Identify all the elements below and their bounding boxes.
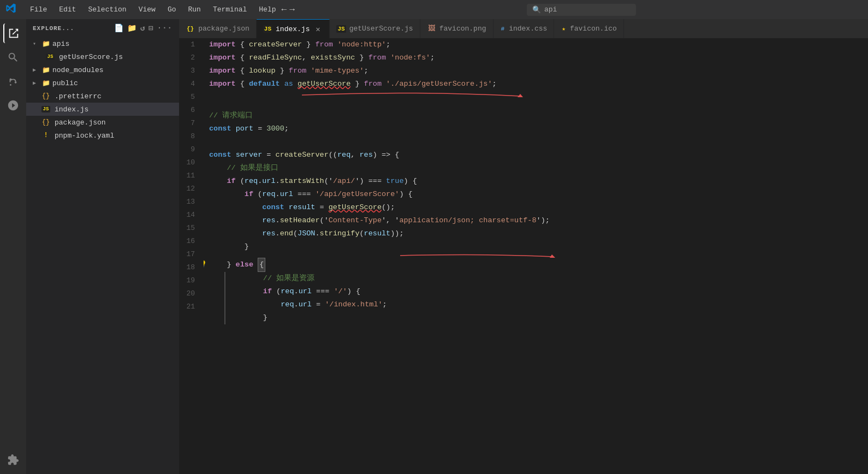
search-activity-icon[interactable] xyxy=(3,48,23,67)
vscode-logo xyxy=(5,3,16,16)
code-line-5 xyxy=(209,96,863,109)
menu-edit[interactable]: Edit xyxy=(53,3,81,16)
tab-getuserscore[interactable]: JS getUserScore.js xyxy=(330,19,420,38)
file-label-packagejson: package.json xyxy=(55,118,106,127)
tab-indexcss[interactable]: # index.css xyxy=(494,19,555,38)
tab-packagejson[interactable]: {} package.json xyxy=(179,19,257,38)
code-line-14: res . setHeader (' Content-Type ', ' app… xyxy=(209,214,863,227)
refresh-icon[interactable]: ↺ xyxy=(140,23,145,33)
source-control-icon[interactable] xyxy=(3,72,23,91)
json-icon-packagejson: {} xyxy=(41,118,50,126)
explorer-icon[interactable] xyxy=(3,23,23,43)
sidebar-item-prettierrc[interactable]: {} .prettierrc xyxy=(26,90,179,103)
menu-run[interactable]: Run xyxy=(182,3,206,16)
sidebar-item-indexjs[interactable]: JS index.js xyxy=(26,103,179,116)
menu-selection[interactable]: Selection xyxy=(82,3,132,16)
code-line-16: } xyxy=(209,240,863,253)
code-line-15: res . end ( JSON . stringify ( result ))… xyxy=(209,227,863,240)
code-line-20: req . url = '/index.html' ; xyxy=(228,298,863,311)
nav-controls: ← → xyxy=(282,5,295,15)
code-editor[interactable]: import { createServer } from 'node:http'… xyxy=(204,38,868,474)
folder-arrow-apis: ▾ xyxy=(33,40,39,47)
menu-file[interactable]: File xyxy=(25,3,52,16)
sidebar-tree: ▾ 📁 apis JS getUserScore.js ▶ 📁 node_mod… xyxy=(26,37,179,474)
tab-faviconico[interactable]: ★ favicon.ico xyxy=(554,19,623,38)
code-line-3: import { lookup } from 'mime-types' ; xyxy=(209,64,863,78)
annotation-line16 xyxy=(209,253,863,258)
folder-arrow-public: ▶ xyxy=(33,80,39,86)
menu-view[interactable]: View xyxy=(133,3,161,16)
search-icon: 🔍 xyxy=(532,5,541,14)
code-line-9: const server = createServer (( req , res… xyxy=(209,149,863,162)
code-line-7: const port = 3000 ; xyxy=(209,122,863,135)
sidebar-item-getuserscore[interactable]: JS getUserScore.js xyxy=(26,50,179,63)
run-debug-icon[interactable] xyxy=(3,96,23,115)
file-label-getuserscore: getUserScore.js xyxy=(59,53,123,61)
activity-bar xyxy=(0,19,26,474)
folder-icon-public: 📁 xyxy=(41,79,50,87)
tab-label-indexjs: index.js xyxy=(276,25,310,33)
tab-label-getuserscore: getUserScore.js xyxy=(349,25,413,33)
folder-icon-nodemodules: 📁 xyxy=(41,66,50,74)
sidebar-item-apis[interactable]: ▾ 📁 apis xyxy=(26,37,179,50)
menu-help[interactable]: Help xyxy=(253,3,281,16)
new-file-icon[interactable]: 📄 xyxy=(114,23,124,33)
code-line-12: if ( req . url === '/api/getUserScore' )… xyxy=(209,188,863,201)
code-line-10: // 如果是接口 xyxy=(209,162,863,175)
file-label-indexjs: index.js xyxy=(55,105,88,114)
titlebar: File Edit Selection View Go Run Terminal… xyxy=(0,0,868,19)
sidebar-header-icons: 📄 📁 ↺ ⊟ ··· xyxy=(114,23,173,33)
tab-icon-packagejson: {} xyxy=(186,25,195,33)
js-icon-getuserscore: JS xyxy=(46,54,55,60)
code-line-19: if ( req . url === '/' ) { xyxy=(228,285,863,298)
sidebar-item-public[interactable]: ▶ 📁 public xyxy=(26,76,179,90)
extensions-icon[interactable] xyxy=(3,450,23,470)
line-numbers: 12345 678910 1112131415 1617181920 21 xyxy=(179,38,204,474)
main-layout: EXPLORE... 📄 📁 ↺ ⊟ ··· ▾ 📁 apis JS getUs… xyxy=(0,19,868,474)
kw-import-1: import xyxy=(209,38,236,51)
code-line-4: import { default as getUserScore } from … xyxy=(209,78,863,91)
sidebar-item-nodemodules[interactable]: ▶ 📁 node_modules xyxy=(26,63,179,76)
nav-back-button[interactable]: ← xyxy=(282,5,287,15)
code-line-8 xyxy=(209,135,863,149)
search-bar[interactable]: 🔍 api xyxy=(527,4,636,16)
sidebar-header: EXPLORE... 📄 📁 ↺ ⊟ ··· xyxy=(26,19,179,37)
js-icon-indexjs: JS xyxy=(41,106,50,112)
tab-icon-faviconico: ★ xyxy=(561,25,567,33)
folder-label-nodemodules: node_modules xyxy=(52,66,104,74)
tab-faviconpng[interactable]: 🖼 favicon.png xyxy=(420,19,494,38)
code-line-6: // 请求端口 xyxy=(209,109,863,122)
tab-icon-indexjs: JS xyxy=(263,25,272,33)
menu-go[interactable]: Go xyxy=(162,3,182,16)
file-label-pnpmlock: pnpm-lock.yaml xyxy=(55,132,114,140)
code-line-11: if ( req . url . startsWith (' /api/ ') … xyxy=(209,175,863,188)
nav-forward-button[interactable]: → xyxy=(289,5,295,15)
tab-label-packagejson: package.json xyxy=(198,25,249,33)
lightbulb-icon[interactable]: 💡 xyxy=(204,258,207,271)
folder-icon-apis: 📁 xyxy=(41,40,50,48)
tab-close-indexjs[interactable]: ✕ xyxy=(313,24,323,34)
tab-bar: {} package.json JS index.js ✕ JS getUser… xyxy=(179,19,868,38)
collapse-icon[interactable]: ⊟ xyxy=(148,23,153,33)
editor-container: {} package.json JS index.js ✕ JS getUser… xyxy=(179,19,868,474)
bracket-highlight: { xyxy=(258,258,265,272)
annotation-line4 xyxy=(209,91,863,96)
sidebar-item-pnpmlock[interactable]: ! pnpm-lock.yaml xyxy=(26,129,179,142)
tab-label-faviconico: favicon.ico xyxy=(570,25,617,33)
new-folder-icon[interactable]: 📁 xyxy=(127,23,137,33)
folder-arrow-nodemodules: ▶ xyxy=(33,67,39,73)
tab-indexjs[interactable]: JS index.js ✕ xyxy=(257,19,330,38)
tab-label-indexcss: index.css xyxy=(509,25,547,33)
more-options-icon[interactable]: ··· xyxy=(157,23,173,33)
folder-label-apis: apis xyxy=(52,40,69,48)
tab-icon-faviconpng: 🖼 xyxy=(427,24,436,33)
sidebar-item-packagejson[interactable]: {} package.json xyxy=(26,116,179,129)
tab-icon-getuserscore: JS xyxy=(336,25,346,33)
menu-terminal[interactable]: Terminal xyxy=(207,3,252,16)
code-line-17: 💡 } else { xyxy=(209,258,863,272)
folder-label-public: public xyxy=(52,79,78,87)
code-line-13: const result = getUserScore (); xyxy=(209,201,863,214)
json-icon-prettierrc: {} xyxy=(41,92,50,100)
tab-label-faviconpng: favicon.png xyxy=(439,25,486,33)
code-line-2: import { readFileSync , existsSync } fro… xyxy=(209,51,863,64)
